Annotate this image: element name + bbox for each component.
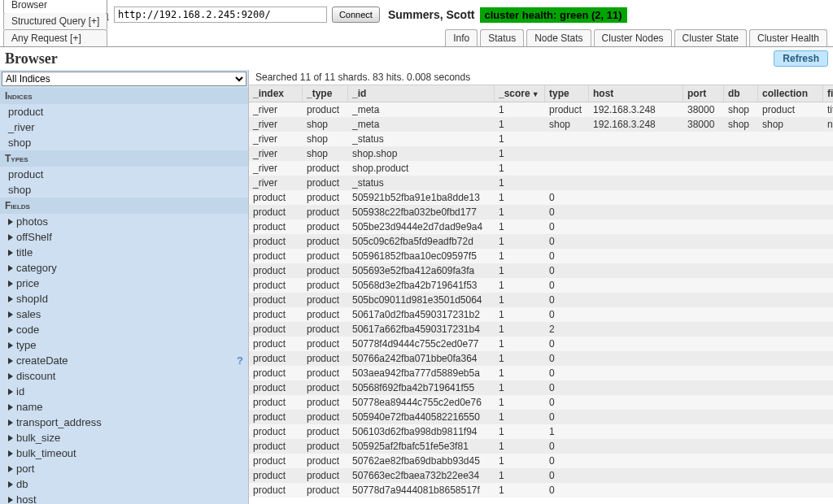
sidebar-item-createdate[interactable]: createDate? (0, 353, 248, 368)
sidebar-item-code[interactable]: code (0, 322, 248, 337)
cell-db (724, 234, 758, 249)
col--type[interactable]: _type (303, 85, 348, 102)
table-row[interactable]: productproduct50778d7a9444081b8658517f10 (249, 483, 833, 497)
cell-collection (758, 161, 823, 176)
table-row[interactable]: _riverproduct_status1 (249, 176, 833, 190)
table-row[interactable]: productproduct505bc09011d981e3501d506410 (249, 293, 833, 307)
sidebar-item-shop[interactable]: shop (0, 135, 248, 150)
table-row[interactable]: productproduct50778f4d9444c755c2ed0e7710 (249, 337, 833, 351)
tab-cluster-nodes[interactable]: Cluster Nodes (594, 29, 672, 46)
cell--type: product (303, 380, 348, 395)
col-host[interactable]: host (589, 85, 683, 102)
cell--score: 1 (495, 483, 545, 497)
table-row[interactable]: productproduct505be23d9444e2d7dad9e9a410 (249, 219, 833, 234)
tab-cluster-state[interactable]: Cluster State (674, 29, 747, 46)
sidebar-item-shop[interactable]: shop (0, 182, 248, 198)
table-row[interactable]: _riverproductshop.product1 (249, 161, 833, 176)
cell-db (724, 132, 758, 146)
indices-dropdown[interactable]: All Indices (2, 72, 246, 86)
cell--type: product (303, 190, 348, 205)
table-row[interactable]: productproduct505938c22fba032be0fbd17710 (249, 205, 833, 219)
table-row[interactable]: productproduct505961852fbaa10ec09597f510 (249, 249, 833, 263)
sidebar-item-host[interactable]: host (0, 492, 248, 504)
table-row[interactable]: _rivershop_status1 (249, 132, 833, 146)
table-row[interactable]: productproduct50766a242fba071bbe0fa36410 (249, 351, 833, 366)
connect-button[interactable]: Connect (332, 7, 380, 23)
sidebar-item-offshelf[interactable]: offShelf (0, 229, 248, 245)
table-row[interactable]: productproduct503aea942fba777d5889eb5a10 (249, 366, 833, 380)
sidebar-item-sales[interactable]: sales (0, 306, 248, 322)
refresh-button[interactable]: Refresh (774, 50, 828, 67)
sidebar-item-port[interactable]: port (0, 461, 248, 476)
table-row[interactable]: productproduct50778ea89444c755c2ed0e7610 (249, 395, 833, 410)
col-db[interactable]: db (724, 85, 758, 102)
cell-host (589, 249, 683, 263)
cell-type: 0 (545, 468, 589, 483)
table-row[interactable]: productproduct50617a0d2fba4590317231b210 (249, 307, 833, 322)
table-row[interactable]: productproduct505925af2fbafc51fe5e3f8110 (249, 439, 833, 454)
tab-status[interactable]: Status (480, 29, 524, 46)
table-row[interactable]: productproduct507663ec2fbaea732b22ee3410 (249, 468, 833, 483)
cell--id: 506103d62fba998db9811f94 (348, 424, 495, 439)
sidebar-item-label: photos (16, 215, 48, 228)
sidebar-item-id[interactable]: id (0, 384, 248, 399)
table-row[interactable]: productproduct50568f692fba42b719641f5510 (249, 380, 833, 395)
table-row[interactable]: productproduct505921b52fba91e1ba8dde1310 (249, 190, 833, 205)
table-row[interactable]: productproduct505693e52fba412a609fa3fa10 (249, 263, 833, 278)
cell-fields (823, 132, 833, 146)
cell--type: product (303, 278, 348, 293)
sidebar-item-discount[interactable]: discount (0, 368, 248, 384)
tab-browser[interactable]: Browser (3, 0, 107, 13)
tab-cluster-health[interactable]: Cluster Health (749, 29, 827, 46)
sidebar-item-name[interactable]: name (0, 399, 248, 415)
tab-node-stats[interactable]: Node Stats (526, 29, 591, 46)
cell--index: product (249, 249, 303, 263)
cell-type: 0 (545, 263, 589, 278)
tab-info[interactable]: Info (445, 29, 478, 46)
cell--id: 505c09c62fba5fd9eadfb72d (348, 234, 495, 249)
help-icon[interactable]: ? (237, 354, 243, 367)
sidebar-item-product[interactable]: product (0, 104, 248, 119)
sidebar-item--river[interactable]: _river (0, 119, 248, 135)
col-port[interactable]: port (683, 85, 724, 102)
sidebar-item-bulk-size[interactable]: bulk_size (0, 430, 248, 445)
table-row[interactable]: productproduct505c09c62fba5fd9eadfb72d10 (249, 234, 833, 249)
sidebar-item-type[interactable]: type (0, 337, 248, 353)
table-row[interactable]: _rivershop_meta1shop192.168.3.24838000sh… (249, 117, 833, 132)
cell-port (683, 219, 724, 234)
sidebar-item-title[interactable]: title (0, 245, 248, 260)
sidebar-item-product[interactable]: product (0, 167, 248, 182)
table-row[interactable]: _riverproduct_meta1product192.168.3.2483… (249, 102, 833, 117)
sidebar-item-label: transport_address (16, 416, 102, 428)
cell--score: 1 (495, 146, 545, 161)
sidebar-item-price[interactable]: price (0, 276, 248, 291)
sidebar-item-shopid[interactable]: shopId (0, 291, 248, 306)
table-row[interactable]: productproduct505940e72fba44058221655010 (249, 410, 833, 424)
col--id[interactable]: _id (348, 85, 495, 102)
sidebar-item-photos[interactable]: photos (0, 214, 248, 229)
connection-url-input[interactable] (114, 7, 327, 23)
cell-collection (758, 410, 823, 424)
sidebar-item-db[interactable]: db (0, 476, 248, 492)
table-row[interactable]: _rivershopshop.shop1 (249, 146, 833, 161)
sidebar-item-category[interactable]: category (0, 260, 248, 276)
col-type[interactable]: type (545, 85, 589, 102)
table-row[interactable]: productproduct50568d3e2fba42b719641f5310 (249, 278, 833, 293)
cell-fields (823, 146, 833, 161)
cell--index: product (249, 190, 303, 205)
col-fields[interactable]: fields (823, 85, 833, 102)
col--index[interactable]: _index (249, 85, 303, 102)
sidebar-item-label: shopId (16, 293, 48, 305)
cell--id: 50778f4d9444c755c2ed0e77 (348, 337, 495, 351)
grid-body[interactable]: _riverproduct_meta1product192.168.3.2483… (249, 102, 833, 504)
sidebar-item-bulk-timeout[interactable]: bulk_timeout (0, 445, 248, 461)
tab-any-request-[interactable]: Any Request [+] (3, 29, 107, 46)
tab-structured-query-[interactable]: Structured Query [+] (3, 12, 107, 29)
col--score[interactable]: _score▼ (495, 85, 545, 102)
cell-host (589, 322, 683, 337)
table-row[interactable]: productproduct506103d62fba998db9811f9411 (249, 424, 833, 439)
table-row[interactable]: productproduct50617a662fba4590317231b412 (249, 322, 833, 337)
col-collection[interactable]: collection (758, 85, 823, 102)
table-row[interactable]: productproduct50762ae82fba69dbabb93d4510 (249, 454, 833, 468)
sidebar-item-transport-address[interactable]: transport_address (0, 415, 248, 430)
